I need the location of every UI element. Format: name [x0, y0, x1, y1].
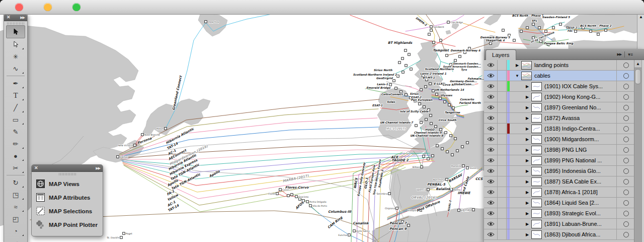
target-circle[interactable]	[623, 73, 629, 79]
landing-point[interactable]	[279, 189, 282, 191]
landing-point[interactable]	[205, 21, 207, 23]
landing-point[interactable]	[461, 146, 464, 148]
landing-point[interactable]	[545, 30, 547, 33]
landing-point[interactable]	[532, 23, 535, 26]
zoom-button[interactable]	[72, 3, 80, 11]
landing-point[interactable]	[287, 195, 290, 197]
cable-label[interactable]: Pencan-9	[389, 227, 407, 231]
layer-thumbnail[interactable]	[531, 103, 542, 112]
cable-label[interactable]: Skagerrak 4	[486, 39, 505, 42]
cable-label[interactable]: BCS North - Phase 2	[580, 24, 612, 27]
landing-point[interactable]	[428, 33, 431, 36]
layer-row[interactable]: ▼cables	[484, 71, 634, 81]
layer-thumbnail[interactable]	[531, 156, 542, 165]
cable-label[interactable]: Pan European	[411, 98, 433, 102]
layer-name[interactable]: (1863) Djibouti Africa...	[544, 231, 600, 237]
tab-layers[interactable]: Layers	[486, 49, 516, 60]
layer-name[interactable]: (1902) Hong Kong-G...	[544, 94, 600, 100]
landing-point[interactable]	[389, 84, 392, 86]
scale-tool[interactable]: ◳	[7, 189, 25, 201]
landing-point[interactable]	[490, 42, 492, 45]
landing-point[interactable]	[552, 27, 555, 29]
cable-label[interactable]: PENBAL-5	[427, 183, 445, 187]
layer-thumbnail[interactable]	[521, 61, 532, 70]
landing-point[interactable]	[432, 155, 434, 157]
map-panel-item-map-attributes[interactable]: MAP Attributes	[36, 191, 103, 204]
landing-point[interactable]	[538, 27, 541, 29]
target-circle[interactable]	[623, 211, 629, 216]
cable-label[interactable]: BT-MT-1	[423, 76, 435, 79]
expand-toggle-icon[interactable]: ▶	[525, 169, 530, 173]
visibility-toggle-eye-icon[interactable]	[484, 81, 498, 91]
cable-label[interactable]: Flores-Corvo	[285, 186, 309, 190]
landing-point[interactable]	[439, 97, 442, 100]
landing-point[interactable]	[430, 26, 433, 28]
landing-point[interactable]	[447, 21, 450, 24]
visibility-toggle-eye-icon[interactable]	[484, 208, 498, 218]
visibility-toggle-eye-icon[interactable]	[484, 229, 498, 239]
landing-point[interactable]	[401, 57, 404, 60]
cable-label[interactable]: Pangea Baltic Ring	[544, 42, 574, 45]
landing-point[interactable]	[441, 148, 444, 150]
landing-point[interactable]	[410, 68, 413, 71]
landing-point[interactable]	[141, 134, 144, 136]
scrollbar-thumb[interactable]	[635, 69, 641, 84]
shape-builder-tool[interactable]: ◔	[7, 225, 25, 237]
landing-point[interactable]	[420, 89, 423, 91]
layer-row[interactable]: ▶(1863) Djibouti Africa...	[484, 229, 634, 240]
direct-selection-tool[interactable]	[7, 38, 25, 50]
landing-point[interactable]	[448, 104, 451, 106]
landing-point[interactable]	[430, 123, 433, 125]
layer-row[interactable]: ▶(1818) Indigo-Centra...	[484, 124, 634, 134]
landing-point[interactable]	[430, 29, 433, 32]
landing-point[interactable]	[590, 30, 592, 33]
landing-point[interactable]	[433, 41, 435, 44]
cable-label[interactable]: UK-Netherlands 14	[435, 88, 464, 91]
target-circle[interactable]	[623, 94, 629, 100]
layer-row[interactable]: ▶(1901) IOX Cable Sys...	[484, 81, 634, 92]
visibility-toggle-eye-icon[interactable]	[484, 187, 498, 197]
expand-toggle-icon[interactable]: ▶	[525, 137, 530, 142]
cable-label[interactable]: Circe South	[438, 118, 457, 122]
collapse-icon[interactable]: ▶▶	[20, 15, 25, 20]
expand-toggle-icon[interactable]: ▶	[525, 127, 530, 131]
layer-name[interactable]: (1878) Africa-1 [2018]	[544, 189, 598, 195]
line-tool[interactable]: ╱	[7, 101, 25, 113]
collapse-icon[interactable]: ▶▶	[96, 165, 100, 171]
lock-column-cell[interactable]	[498, 198, 507, 208]
expand-toggle-icon[interactable]: ▶	[525, 232, 530, 237]
landing-point[interactable]	[575, 30, 577, 33]
scroll-up-arrow-icon[interactable]: ▲	[634, 60, 641, 68]
cable-label[interactable]: TAGIDE 2	[391, 158, 409, 162]
panel-drag-handle[interactable]	[4, 21, 27, 25]
lock-column-cell[interactable]	[498, 166, 507, 176]
blob-brush-tool[interactable]: ●	[7, 150, 25, 162]
lock-column-cell[interactable]	[498, 134, 507, 144]
layer-name[interactable]: (1872) Avassa	[544, 115, 580, 121]
lock-column-cell[interactable]	[498, 155, 507, 165]
cable-label[interactable]: Tampnet	[433, 48, 449, 52]
cable-label[interactable]: Tangerine	[445, 111, 461, 114]
layer-row[interactable]: ▶(1902) Hong Kong-G...	[484, 92, 634, 102]
layer-name[interactable]: (1864) Liquid Sea [2...	[544, 200, 599, 206]
layer-thumbnail[interactable]	[531, 230, 542, 239]
close-icon[interactable]: ✕	[7, 15, 11, 20]
landing-point[interactable]	[502, 29, 505, 32]
close-button[interactable]	[15, 3, 23, 11]
visibility-toggle-eye-icon[interactable]	[484, 134, 498, 144]
layer-row[interactable]: ▶(1900) Midgardsorm...	[484, 134, 634, 145]
landing-point[interactable]	[398, 62, 401, 64]
lock-column-cell[interactable]	[498, 71, 507, 81]
layer-row[interactable]: ▶(1899) PNG National ...	[484, 155, 634, 166]
expand-toggle-icon[interactable]: ▶	[515, 63, 520, 68]
layer-thumbnail[interactable]	[531, 125, 542, 133]
layer-name[interactable]: (1900) Midgardsorm...	[544, 136, 599, 142]
pen-tool[interactable]: ✒	[7, 77, 25, 89]
expand-toggle-icon[interactable]: ▶	[525, 201, 530, 205]
target-circle[interactable]	[623, 168, 629, 174]
landing-point[interactable]	[405, 94, 408, 96]
scissors-tool[interactable]: ✂	[7, 162, 25, 174]
cable-label[interactable]: GeoEirgrid	[376, 77, 393, 80]
layer-name[interactable]: (1895) Indonesia Glo...	[544, 168, 601, 174]
landing-point[interactable]	[605, 29, 607, 32]
